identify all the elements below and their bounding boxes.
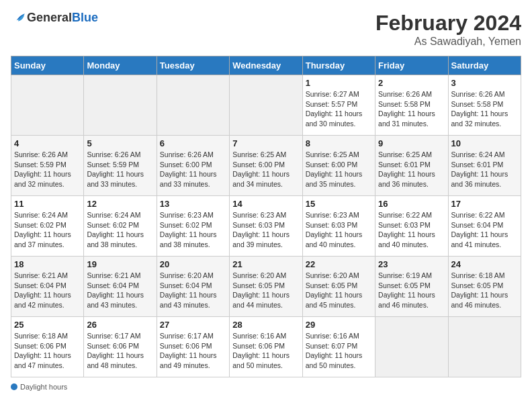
day-number: 27 — [160, 320, 226, 330]
calendar-cell: 6Sunrise: 6:26 AMSunset: 6:00 PMDaylight… — [157, 136, 229, 196]
day-info: Sunrise: 6:17 AMSunset: 6:06 PMDaylight:… — [87, 331, 153, 371]
daylight-label: Daylight hours — [20, 383, 67, 391]
col-header-sunday: Sunday — [11, 56, 84, 75]
day-info: Sunrise: 6:24 AMSunset: 6:02 PMDaylight:… — [14, 210, 81, 250]
daylight-legend: Daylight hours — [11, 383, 67, 391]
day-info: Sunrise: 6:21 AMSunset: 6:04 PMDaylight:… — [14, 271, 81, 310]
day-info: Sunrise: 6:26 AMSunset: 5:58 PMDaylight:… — [451, 89, 518, 129]
calendar-cell: 11Sunrise: 6:24 AMSunset: 6:02 PMDayligh… — [11, 196, 84, 257]
calendar-cell: 29Sunrise: 6:16 AMSunset: 6:07 PMDayligh… — [302, 317, 375, 377]
day-number: 12 — [87, 199, 153, 209]
calendar-cell — [448, 317, 521, 377]
day-number: 6 — [160, 138, 226, 148]
day-number: 15 — [306, 199, 372, 209]
day-info: Sunrise: 6:18 AMSunset: 6:05 PMDaylight:… — [451, 271, 518, 310]
calendar-week-4: 25Sunrise: 6:18 AMSunset: 6:06 PMDayligh… — [11, 317, 521, 377]
day-info: Sunrise: 6:20 AMSunset: 6:05 PMDaylight:… — [232, 271, 299, 310]
day-info: Sunrise: 6:23 AMSunset: 6:03 PMDaylight:… — [232, 210, 299, 250]
day-number: 11 — [14, 199, 81, 209]
calendar-cell: 26Sunrise: 6:17 AMSunset: 6:06 PMDayligh… — [84, 317, 157, 377]
calendar-cell: 25Sunrise: 6:18 AMSunset: 6:06 PMDayligh… — [11, 317, 84, 377]
location-subtitle: As Sawadiyah, Yemen — [375, 36, 521, 48]
logo-text-blue: Blue — [72, 11, 98, 24]
day-info: Sunrise: 6:25 AMSunset: 6:01 PMDaylight:… — [378, 150, 445, 189]
day-info: Sunrise: 6:20 AMSunset: 6:05 PMDaylight:… — [306, 271, 372, 310]
calendar-cell: 12Sunrise: 6:24 AMSunset: 6:02 PMDayligh… — [84, 196, 157, 257]
day-info: Sunrise: 6:26 AMSunset: 6:00 PMDaylight:… — [160, 150, 226, 189]
logo-bird-icon — [12, 11, 26, 25]
calendar-cell: 18Sunrise: 6:21 AMSunset: 6:04 PMDayligh… — [11, 257, 84, 317]
day-number: 16 — [378, 199, 445, 209]
calendar-cell: 1Sunrise: 6:27 AMSunset: 5:57 PMDaylight… — [302, 75, 375, 136]
day-info: Sunrise: 6:18 AMSunset: 6:06 PMDaylight:… — [14, 331, 81, 371]
day-info: Sunrise: 6:26 AMSunset: 5:58 PMDaylight:… — [378, 89, 445, 129]
title-block: February 2024 As Sawadiyah, Yemen — [375, 11, 521, 48]
calendar-footer: Daylight hours — [11, 383, 521, 391]
calendar-cell: 9Sunrise: 6:25 AMSunset: 6:01 PMDaylight… — [375, 136, 448, 196]
day-number: 8 — [306, 138, 372, 148]
col-header-monday: Monday — [84, 56, 157, 75]
page-header: GeneralBlue February 2024 As Sawadiyah, … — [11, 11, 521, 48]
day-number: 20 — [160, 259, 226, 269]
day-info: Sunrise: 6:26 AMSunset: 5:59 PMDaylight:… — [87, 150, 153, 189]
day-info: Sunrise: 6:27 AMSunset: 5:57 PMDaylight:… — [306, 89, 372, 129]
logo: GeneralBlue — [11, 11, 98, 25]
day-info: Sunrise: 6:22 AMSunset: 6:03 PMDaylight:… — [378, 210, 445, 250]
day-number: 28 — [232, 320, 299, 330]
day-info: Sunrise: 6:21 AMSunset: 6:04 PMDaylight:… — [87, 271, 153, 310]
calendar-body: 1Sunrise: 6:27 AMSunset: 5:57 PMDaylight… — [11, 75, 521, 377]
day-number: 7 — [232, 138, 299, 148]
calendar-cell: 21Sunrise: 6:20 AMSunset: 6:05 PMDayligh… — [230, 257, 302, 317]
calendar-cell: 22Sunrise: 6:20 AMSunset: 6:05 PMDayligh… — [302, 257, 375, 317]
calendar-cell: 4Sunrise: 6:26 AMSunset: 5:59 PMDaylight… — [11, 136, 84, 196]
day-number: 2 — [378, 78, 445, 88]
day-number: 14 — [232, 199, 299, 209]
calendar-cell: 24Sunrise: 6:18 AMSunset: 6:05 PMDayligh… — [448, 257, 521, 317]
calendar-cell: 20Sunrise: 6:20 AMSunset: 6:04 PMDayligh… — [157, 257, 229, 317]
calendar-cell: 28Sunrise: 6:16 AMSunset: 6:06 PMDayligh… — [230, 317, 302, 377]
day-number: 25 — [14, 320, 81, 330]
calendar-cell: 16Sunrise: 6:22 AMSunset: 6:03 PMDayligh… — [375, 196, 448, 257]
day-number: 10 — [451, 138, 518, 148]
day-number: 17 — [451, 199, 518, 209]
day-info: Sunrise: 6:26 AMSunset: 5:59 PMDaylight:… — [14, 150, 81, 189]
day-info: Sunrise: 6:16 AMSunset: 6:06 PMDaylight:… — [232, 331, 299, 371]
day-info: Sunrise: 6:17 AMSunset: 6:06 PMDaylight:… — [160, 331, 226, 371]
calendar-cell: 27Sunrise: 6:17 AMSunset: 6:06 PMDayligh… — [157, 317, 229, 377]
col-header-wednesday: Wednesday — [230, 56, 302, 75]
calendar-cell — [84, 75, 157, 136]
day-info: Sunrise: 6:16 AMSunset: 6:07 PMDaylight:… — [306, 331, 372, 371]
day-info: Sunrise: 6:20 AMSunset: 6:04 PMDaylight:… — [160, 271, 226, 310]
day-info: Sunrise: 6:23 AMSunset: 6:02 PMDaylight:… — [160, 210, 226, 250]
calendar-cell — [11, 75, 84, 136]
calendar-week-3: 18Sunrise: 6:21 AMSunset: 6:04 PMDayligh… — [11, 257, 521, 317]
day-number: 23 — [378, 259, 445, 269]
calendar-cell: 23Sunrise: 6:19 AMSunset: 6:05 PMDayligh… — [375, 257, 448, 317]
day-number: 5 — [87, 138, 153, 148]
calendar-cell — [375, 317, 448, 377]
day-number: 13 — [160, 199, 226, 209]
calendar-cell: 13Sunrise: 6:23 AMSunset: 6:02 PMDayligh… — [157, 196, 229, 257]
calendar-cell: 8Sunrise: 6:25 AMSunset: 6:00 PMDaylight… — [302, 136, 375, 196]
day-number: 18 — [14, 259, 81, 269]
calendar-cell: 19Sunrise: 6:21 AMSunset: 6:04 PMDayligh… — [84, 257, 157, 317]
day-number: 21 — [232, 259, 299, 269]
day-info: Sunrise: 6:24 AMSunset: 6:01 PMDaylight:… — [451, 150, 518, 189]
col-header-thursday: Thursday — [302, 56, 375, 75]
day-number: 1 — [306, 78, 372, 88]
day-info: Sunrise: 6:22 AMSunset: 6:04 PMDaylight:… — [451, 210, 518, 250]
day-number: 26 — [87, 320, 153, 330]
day-info: Sunrise: 6:24 AMSunset: 6:02 PMDaylight:… — [87, 210, 153, 250]
month-year-title: February 2024 — [375, 11, 521, 36]
col-header-saturday: Saturday — [448, 56, 521, 75]
calendar-week-0: 1Sunrise: 6:27 AMSunset: 5:57 PMDaylight… — [11, 75, 521, 136]
logo-text-general: General — [27, 11, 72, 24]
col-header-friday: Friday — [375, 56, 448, 75]
calendar-cell — [157, 75, 229, 136]
day-number: 4 — [14, 138, 81, 148]
col-header-tuesday: Tuesday — [157, 56, 229, 75]
calendar-cell: 5Sunrise: 6:26 AMSunset: 5:59 PMDaylight… — [84, 136, 157, 196]
day-info: Sunrise: 6:23 AMSunset: 6:03 PMDaylight:… — [306, 210, 372, 250]
day-number: 22 — [306, 259, 372, 269]
calendar-cell: 3Sunrise: 6:26 AMSunset: 5:58 PMDaylight… — [448, 75, 521, 136]
